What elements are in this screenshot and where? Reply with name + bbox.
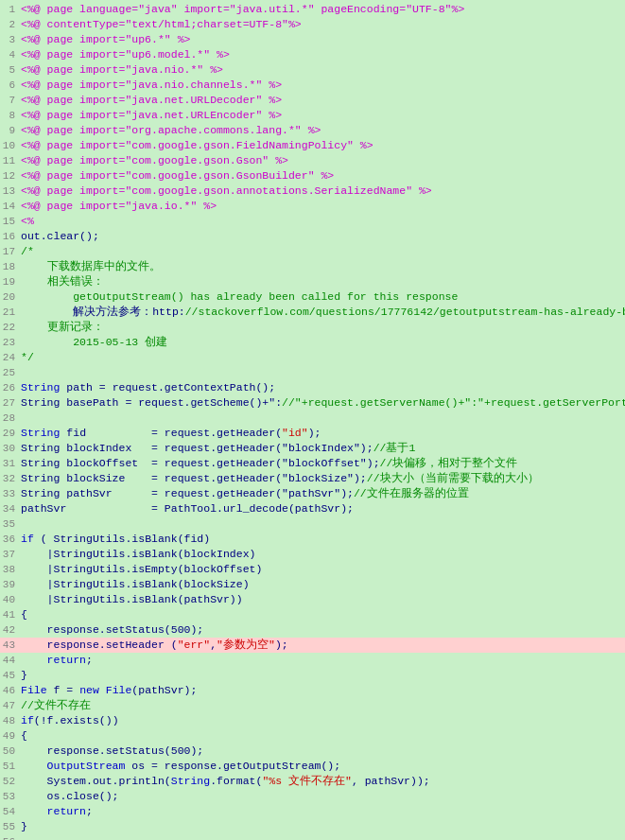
line-number: 3 bbox=[0, 32, 21, 47]
line-number: 42 bbox=[0, 622, 21, 638]
line-content: <%@ page import="com.google.gson.GsonBui… bbox=[21, 168, 625, 184]
code-line: 12<%@ page import="com.google.gson.GsonB… bbox=[0, 168, 625, 184]
line-content: 解决方法参考：http://stackoverflow.com/question… bbox=[21, 305, 625, 320]
code-line: 55} bbox=[0, 819, 625, 834]
line-number: 34 bbox=[0, 501, 21, 516]
line-number: 24 bbox=[0, 350, 21, 365]
line-number: 25 bbox=[0, 365, 21, 380]
code-line: 33String pathSvr = request.getHeader("pa… bbox=[0, 486, 625, 501]
line-content: <%@ page import="java.nio.*" %> bbox=[21, 62, 625, 78]
line-content: { bbox=[21, 728, 625, 744]
line-content: <%@ page language="java" import="java.ut… bbox=[21, 2, 625, 17]
line-number: 14 bbox=[0, 199, 21, 214]
line-number: 4 bbox=[0, 47, 21, 62]
line-number: 50 bbox=[0, 744, 21, 759]
code-line: 27String basePath = request.getScheme()+… bbox=[0, 395, 625, 411]
line-content: if(!f.exists()) bbox=[21, 713, 625, 728]
line-content: <%@ page import="up6.*" %> bbox=[21, 32, 625, 47]
line-content: <%@ contentType="text/html;charset=UTF-8… bbox=[21, 17, 625, 32]
line-number: 2 bbox=[0, 17, 21, 32]
line-content: response.setHeader ("err","参数为空"); bbox=[21, 638, 625, 653]
code-line: 6<%@ page import="java.nio.channels.*" %… bbox=[0, 78, 625, 93]
line-number: 11 bbox=[0, 153, 21, 168]
code-line: 49{ bbox=[0, 728, 625, 744]
code-line: 8<%@ page import="java.net.URLEncoder" %… bbox=[0, 108, 625, 123]
line-number: 35 bbox=[0, 516, 21, 532]
line-number: 49 bbox=[0, 728, 21, 744]
code-line: 31String blockOffset = request.getHeader… bbox=[0, 456, 625, 471]
code-line: 11<%@ page import="com.google.gson.Gson"… bbox=[0, 153, 625, 168]
line-content: String blockIndex = request.getHeader("b… bbox=[21, 441, 625, 456]
line-content: pathSvr = PathTool.url_decode(pathSvr); bbox=[21, 501, 625, 516]
line-content: |StringUtils.isEmpty(blockOffset) bbox=[21, 562, 625, 577]
line-number: 8 bbox=[0, 108, 21, 123]
line-content: { bbox=[21, 607, 625, 622]
code-line: 9<%@ page import="org.apache.commons.lan… bbox=[0, 123, 625, 138]
line-number: 16 bbox=[0, 229, 21, 244]
line-number: 54 bbox=[0, 804, 21, 819]
line-number: 52 bbox=[0, 774, 21, 789]
line-content: <% bbox=[21, 214, 625, 229]
line-content: } bbox=[21, 819, 625, 834]
line-number: 32 bbox=[0, 471, 21, 486]
line-content: response.setStatus(500); bbox=[21, 744, 625, 759]
line-number: 48 bbox=[0, 713, 21, 728]
line-content: //文件不存在 bbox=[21, 698, 625, 713]
line-number: 44 bbox=[0, 653, 21, 668]
code-line: 23 2015-05-13 创建 bbox=[0, 335, 625, 350]
line-number: 26 bbox=[0, 380, 21, 395]
line-content: /* bbox=[21, 244, 625, 259]
line-number: 56 bbox=[0, 834, 21, 840]
code-line: 50 response.setStatus(500); bbox=[0, 744, 625, 759]
line-content: String fid = request.getHeader("id"); bbox=[21, 426, 625, 441]
line-number: 12 bbox=[0, 168, 21, 184]
code-line: 35 bbox=[0, 516, 625, 532]
code-line: 13<%@ page import="com.google.gson.annot… bbox=[0, 184, 625, 199]
line-number: 6 bbox=[0, 78, 21, 93]
code-line: 32String blockSize = request.getHeader("… bbox=[0, 471, 625, 486]
line-content: if ( StringUtils.isBlank(fid) bbox=[21, 532, 625, 547]
code-line: 47//文件不存在 bbox=[0, 698, 625, 713]
line-content: os.close(); bbox=[21, 789, 625, 804]
line-number: 28 bbox=[0, 411, 21, 426]
code-line: 46File f = new File(pathSvr); bbox=[0, 683, 625, 698]
line-number: 21 bbox=[0, 305, 21, 320]
code-line: 10<%@ page import="com.google.gson.Field… bbox=[0, 138, 625, 153]
code-line: 39 |StringUtils.isBlank(blockSize) bbox=[0, 577, 625, 592]
line-number: 51 bbox=[0, 759, 21, 774]
code-line: 36if ( StringUtils.isBlank(fid) bbox=[0, 532, 625, 547]
line-number: 29 bbox=[0, 426, 21, 441]
line-number: 15 bbox=[0, 214, 21, 229]
line-content: <%@ page import="java.net.URLDecoder" %> bbox=[21, 93, 625, 108]
line-content: <%@ page import="java.io.*" %> bbox=[21, 199, 625, 214]
code-line: 22 更新记录： bbox=[0, 320, 625, 335]
line-number: 20 bbox=[0, 289, 21, 305]
line-content: |StringUtils.isBlank(blockSize) bbox=[21, 577, 625, 592]
line-number: 53 bbox=[0, 789, 21, 804]
code-line: 43 response.setHeader ("err","参数为空"); bbox=[0, 638, 625, 653]
line-content: String blockOffset = request.getHeader("… bbox=[21, 456, 625, 471]
line-content: OutputStream os = response.getOutputStre… bbox=[21, 759, 625, 774]
code-line: 25 bbox=[0, 365, 625, 380]
code-line: 28 bbox=[0, 411, 625, 426]
line-number: 30 bbox=[0, 441, 21, 456]
code-line: 41{ bbox=[0, 607, 625, 622]
code-line: 16out.clear(); bbox=[0, 229, 625, 244]
code-line: 45} bbox=[0, 668, 625, 683]
line-content: 2015-05-13 创建 bbox=[21, 335, 625, 350]
line-number: 17 bbox=[0, 244, 21, 259]
line-number: 47 bbox=[0, 698, 21, 713]
line-number: 41 bbox=[0, 607, 21, 622]
line-content: return; bbox=[21, 804, 625, 819]
line-content: String path = request.getContextPath(); bbox=[21, 380, 625, 395]
code-line: 19 相关错误： bbox=[0, 274, 625, 289]
code-line: 24*/ bbox=[0, 350, 625, 365]
code-line: 51 OutputStream os = response.getOutputS… bbox=[0, 759, 625, 774]
line-content: <%@ page import="com.google.gson.Gson" %… bbox=[21, 153, 625, 168]
line-content: System.out.println(String.format("%s 文件不… bbox=[21, 774, 625, 789]
line-number: 40 bbox=[0, 592, 21, 607]
line-content bbox=[21, 834, 625, 840]
line-number: 43 bbox=[0, 638, 21, 653]
line-number: 38 bbox=[0, 562, 21, 577]
line-number: 9 bbox=[0, 123, 21, 138]
